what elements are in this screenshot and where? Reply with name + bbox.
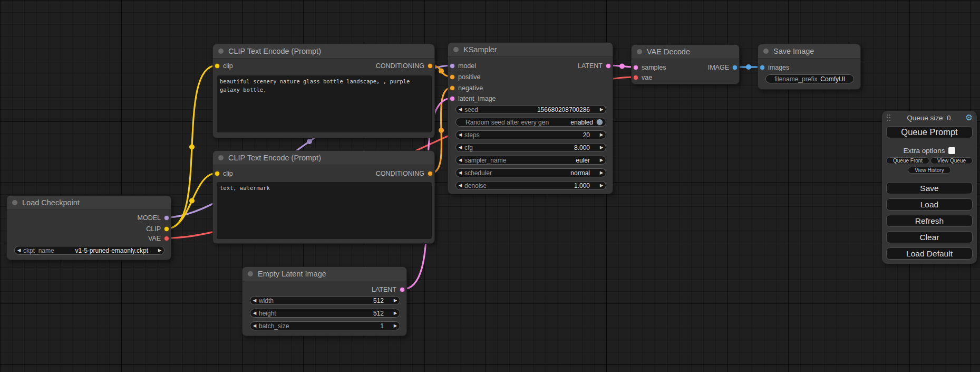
widget-denoise[interactable]: ◀denoise1.000▶ [455,181,606,190]
widget-decrement-arrow-icon[interactable]: ◀ [456,107,464,112]
node-clip-text-encode-negative[interactable]: CLIP Text Encode (Prompt)clipCONDITIONIN… [212,150,435,244]
node-title-bar[interactable]: VAE Decode [632,45,739,59]
input-slot-vae-dot[interactable] [633,75,638,80]
input-slot-latent_image-dot[interactable] [450,96,455,101]
node-vae-decode[interactable]: VAE DecodesamplesvaeIMAGE [631,44,740,84]
widget-cfg[interactable]: ◀cfg8.000▶ [455,143,606,152]
node-title-bar[interactable]: Save Image [758,44,860,59]
input-slot-positive-dot[interactable] [450,74,455,80]
widget-decrement-arrow-icon[interactable]: ◀ [456,170,464,175]
node-title-bar[interactable]: CLIP Text Encode (Prompt) [213,44,434,59]
widget-value: 1 [289,322,391,330]
node-ksampler[interactable]: KSamplermodelpositivenegativelatent_imag… [448,42,613,194]
widget-random-seed-after-every-gen[interactable]: Random seed after every genenabled [455,118,606,127]
load-button[interactable]: Load [886,198,973,211]
widget-ckpt-name[interactable]: ◀ckpt_namev1-5-pruned-emaonly.ckpt▶ [14,246,164,255]
widget-increment-arrow-icon[interactable]: ▶ [391,311,400,316]
widget-increment-arrow-icon[interactable]: ▶ [597,170,606,175]
clear-button[interactable]: Clear [886,231,973,243]
widget-width[interactable]: ◀width512▶ [250,296,400,305]
output-slot-conditioning-dot[interactable] [428,171,433,176]
output-slot-latent-dot[interactable] [400,287,405,292]
queue-front-button[interactable]: Queue Front [886,157,929,164]
prompt-textarea[interactable]: text, watermark [217,182,432,239]
widget-increment-arrow-icon[interactable]: ▶ [597,132,606,137]
load-default-button[interactable]: Load Default [886,247,973,260]
output-slot-clip: CLIP [146,224,169,234]
widget-increment-arrow-icon[interactable]: ▶ [597,145,606,150]
widget-decrement-arrow-icon[interactable]: ◀ [250,298,259,303]
output-slot-image-dot[interactable] [732,65,738,70]
input-slot-images-dot[interactable] [760,65,765,70]
widget-scheduler[interactable]: ◀schedulernormal▶ [455,168,606,177]
output-slot-latent-dot[interactable] [606,63,611,69]
widget-decrement-arrow-icon[interactable]: ◀ [250,311,259,316]
extra-options-checkbox[interactable] [948,147,955,154]
collapse-dot-icon[interactable] [248,271,253,276]
widget-value: normal [492,169,597,177]
link-midpoint-dot [439,128,444,133]
widget-name: Random seed after every gen [465,119,549,126]
widget-increment-arrow-icon[interactable]: ▶ [391,298,400,303]
widget-increment-arrow-icon[interactable]: ▶ [597,158,606,163]
widget-sampler-name[interactable]: ◀sampler_nameeuler▶ [455,156,606,165]
input-slot-negative-dot[interactable] [450,85,455,91]
input-slot-samples-dot[interactable] [633,65,638,70]
widget-height[interactable]: ◀height512▶ [250,309,400,318]
node-title-text: VAE Decode [647,47,690,56]
input-slot-clip-dot[interactable] [215,63,220,69]
widget-decrement-arrow-icon[interactable]: ◀ [456,145,464,150]
widget-decrement-arrow-icon[interactable]: ◀ [456,158,464,163]
output-slot-conditioning: CONDITIONING [376,169,433,178]
node-title-bar[interactable]: KSampler [448,43,613,57]
collapse-dot-icon[interactable] [12,200,17,205]
widget-increment-arrow-icon[interactable]: ▶ [597,107,606,112]
widget-decrement-arrow-icon[interactable]: ◀ [250,323,259,328]
collapse-dot-icon[interactable] [218,155,224,160]
input-slot-clip-dot[interactable] [215,171,220,176]
prompt-textarea[interactable]: beautiful scenery nature glass bottle la… [217,75,432,132]
view-history-row: View History [886,167,973,174]
widget-seed[interactable]: ◀seed156680208700286▶ [455,105,606,114]
queue-prompt-button[interactable]: Queue Prompt [886,126,973,138]
widget-decrement-arrow-icon[interactable]: ◀ [456,183,464,188]
widget-decrement-arrow-icon[interactable]: ◀ [456,132,464,137]
collapse-dot-icon[interactable] [763,49,769,54]
output-slot-model-dot[interactable] [164,215,169,221]
gear-icon[interactable]: ⚙ [965,113,973,122]
node-empty-latent-image[interactable]: Empty Latent ImageLATENT◀width512▶◀heigh… [242,266,407,336]
save-button[interactable]: Save [886,182,973,194]
widget-value: 20 [480,131,597,139]
drag-handle-icon[interactable] [886,114,892,121]
view-history-button[interactable]: View History [908,167,950,174]
node-clip-text-encode-positive[interactable]: CLIP Text Encode (Prompt)clipCONDITIONIN… [212,44,435,138]
toggle-knob-icon[interactable] [596,119,603,126]
graph-canvas[interactable]: Queue size: 0 ⚙ Queue Prompt Extra optio… [0,0,980,372]
output-slot-vae-dot[interactable] [164,236,169,241]
widget-steps[interactable]: ◀steps20▶ [455,130,606,139]
input-slot-label: latent_image [458,95,496,102]
node-title-bar[interactable]: Empty Latent Image [242,267,406,281]
widget-increment-arrow-icon[interactable]: ▶ [391,323,400,328]
widget-value: 8.000 [473,144,597,151]
node-title-bar[interactable]: CLIP Text Encode (Prompt) [213,151,434,165]
input-slot-model-dot[interactable] [450,63,455,69]
collapse-dot-icon[interactable] [453,47,459,52]
output-slot-conditioning-dot[interactable] [428,63,433,69]
widget-filename-prefix[interactable]: filename_prefixComfyUI [765,74,854,83]
node-save-image[interactable]: Save Imageimagesfilename_prefixComfyUI [758,44,861,90]
widget-decrement-arrow-icon[interactable]: ◀ [15,248,23,253]
refresh-button[interactable]: Refresh [886,215,973,227]
input-slot-vae: vae [633,73,652,82]
queue-panel-header: Queue size: 0 ⚙ [886,113,973,122]
widget-increment-arrow-icon[interactable]: ▶ [597,183,606,188]
output-slot-clip-dot[interactable] [164,226,169,232]
widget-name: batch_size [259,322,289,330]
widget-increment-arrow-icon[interactable]: ▶ [156,248,164,253]
node-load-checkpoint[interactable]: Load CheckpointMODELCLIPVAE◀ckpt_namev1-… [6,195,171,260]
widget-batch-size[interactable]: ◀batch_size1▶ [250,321,400,330]
view-queue-button[interactable]: View Queue [930,157,973,164]
collapse-dot-icon[interactable] [218,49,224,54]
collapse-dot-icon[interactable] [637,49,642,54]
node-title-bar[interactable]: Load Checkpoint [7,196,171,210]
